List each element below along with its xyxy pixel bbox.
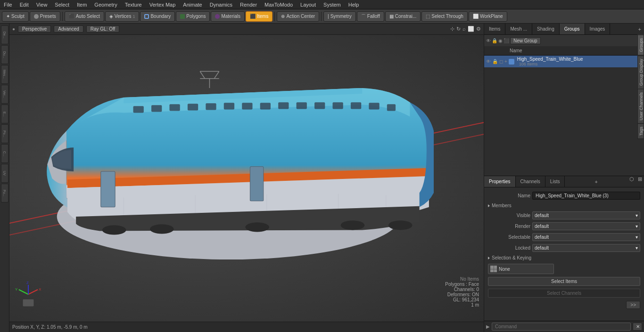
advanced-button[interactable]: Advanced	[54, 25, 83, 32]
visible-select[interactable]: default ▾	[532, 211, 640, 219]
menu-geometry[interactable]: Geometry	[91, 1, 121, 8]
menu-file[interactable]: File	[0, 1, 16, 8]
menu-item[interactable]: Item	[73, 1, 91, 8]
left-btn-3[interactable]: Mes...	[1, 65, 8, 84]
props-tab-lists[interactable]: Lists	[545, 176, 565, 187]
name-input[interactable]	[532, 192, 640, 200]
menu-animate[interactable]: Animate	[179, 1, 206, 8]
boundary-button[interactable]: Boundary	[140, 11, 175, 22]
add-props-tab-button[interactable]: +	[592, 176, 600, 187]
svg-rect-22	[250, 167, 263, 201]
props-tab-channels[interactable]: Channels	[516, 176, 545, 187]
menu-system[interactable]: System	[320, 1, 345, 8]
command-input[interactable]	[492, 323, 631, 331]
materials-icon	[215, 14, 220, 19]
vp-icon-zoom[interactable]: ⌕	[462, 26, 466, 32]
svg-point-26	[341, 220, 365, 230]
visible-row: Visible default ▾	[484, 210, 644, 221]
vp-icon-frame[interactable]: ⬜	[468, 26, 474, 32]
left-btn-7[interactable]: C...	[1, 144, 8, 163]
polygons-button[interactable]: Polygons	[176, 11, 210, 22]
svg-rect-4	[188, 104, 198, 110]
vp-icon-settings[interactable]: ⚙	[476, 26, 481, 32]
svg-point-27	[388, 220, 413, 230]
select-through-button[interactable]: ⬚ Select Through	[421, 11, 468, 22]
menu-edit[interactable]: Edit	[16, 1, 33, 8]
groups-list[interactable]: 👁 🔒 ◻ + High_Speed_Train_White_Blue 106 …	[484, 56, 644, 176]
action-center-button[interactable]: ⊕ Action Center	[277, 11, 319, 22]
expand-icon[interactable]: ⬡	[627, 176, 636, 187]
selectable-row: Selectable default ▾	[484, 232, 644, 243]
group-count: 106 Items	[519, 62, 583, 66]
menu-vertex-map[interactable]: Vertex Map	[146, 1, 180, 8]
perspective-button[interactable]: Perspective	[18, 25, 51, 32]
workplane-button[interactable]: ⬜ WorkPlane	[469, 11, 507, 22]
group-row[interactable]: 👁 🔒 ◻ + High_Speed_Train_White_Blue 106 …	[484, 56, 644, 67]
auto-select-button[interactable]: ⬛ Auto Select	[65, 11, 104, 22]
polygons-icon	[180, 14, 185, 19]
menu-view[interactable]: View	[33, 1, 51, 8]
tab-items[interactable]: Items	[484, 24, 505, 34]
render-select[interactable]: default ▾	[532, 222, 640, 230]
none-button[interactable]: None	[488, 264, 554, 274]
symmetry-button[interactable]: | Symmetry	[323, 11, 356, 22]
tab-groups[interactable]: Groups	[560, 24, 585, 34]
left-btn-5[interactable]: E...	[1, 105, 8, 123]
menu-render[interactable]: Render	[236, 1, 261, 8]
viewport-overlay: No Items Polygons : Face Channels: 0 Def…	[445, 276, 479, 308]
viewport-container: ● Perspective Advanced Ray GL: Off ⊹ ↻ ⌕…	[9, 24, 484, 332]
menu-layout[interactable]: Layout	[297, 1, 320, 8]
new-group-button[interactable]: New Group	[510, 37, 541, 44]
rs-tab-tags[interactable]: Tags	[637, 123, 644, 139]
menu-maxtomodo[interactable]: MaxToModo	[261, 1, 297, 8]
svg-rect-3	[169, 104, 180, 111]
left-btn-4[interactable]: Ver...	[1, 85, 8, 104]
left-btn-2[interactable]: Du...	[1, 45, 8, 64]
presets-button[interactable]: Presets	[30, 11, 60, 22]
left-btn-8[interactable]: UV	[1, 164, 8, 183]
rs-tab-groups[interactable]: Groups	[637, 35, 644, 56]
right-panel: Items Mesh ... Shading Groups Images + 👁…	[484, 24, 644, 332]
svg-point-24	[150, 224, 174, 234]
left-btn-6[interactable]: Po...	[1, 124, 8, 143]
command-execute-button[interactable]: ✕	[633, 323, 642, 331]
svg-line-34	[19, 290, 28, 294]
group-name: High_Speed_Train_White_Blue	[517, 57, 583, 62]
main-layout: De... Du... Mes... Ver... E... Po... C..…	[0, 24, 644, 332]
falloff-button[interactable]: ⌒ Falloff	[357, 11, 384, 22]
menu-texture[interactable]: Texture	[121, 1, 146, 8]
left-btn-9[interactable]: Fu...	[1, 184, 8, 202]
select-items-button[interactable]: Select Items	[488, 277, 640, 286]
viewport-topbar: ● Perspective Advanced Ray GL: Off ⊹ ↻ ⌕…	[9, 24, 484, 35]
position-label: Position X, Y, Z: 1.05 m, -5.9 m, 0 m	[12, 324, 88, 330]
left-btn-1[interactable]: De...	[1, 25, 8, 44]
vp-icon-move[interactable]: ⊹	[450, 26, 454, 32]
menu-help[interactable]: Help	[345, 1, 363, 8]
viewport-3d[interactable]: No Items Polygons : Face Channels: 0 Def…	[9, 35, 484, 322]
add-tab-button[interactable]: +	[636, 24, 644, 34]
selectable-select[interactable]: default ▾	[532, 233, 640, 241]
raygl-button[interactable]: Ray GL: Off	[86, 25, 120, 32]
rs-tab-group-display[interactable]: Group Display	[637, 56, 644, 89]
toolbar: ✦ Sculpt Presets ⬛ Auto Select ◈ Vertice…	[0, 9, 644, 24]
tab-shading[interactable]: Shading	[532, 24, 560, 34]
materials-button[interactable]: Materials	[211, 11, 245, 22]
props-tab-properties[interactable]: Properties	[484, 176, 516, 187]
select-items-label: Select Items	[551, 279, 577, 284]
locked-select[interactable]: default ▾	[532, 244, 640, 252]
items-button[interactable]: ⬛ Items	[246, 11, 272, 22]
vp-icon-rotate[interactable]: ↻	[456, 26, 461, 32]
rs-tab-user-channels[interactable]: User Channels	[637, 89, 644, 124]
select-channels-row: Select Channels	[484, 287, 644, 299]
svg-rect-1	[133, 106, 144, 113]
tab-mesh[interactable]: Mesh ...	[505, 24, 532, 34]
groups-toolbar: 👁 🔒 ◉ ⬛ New Group	[484, 35, 644, 46]
constraint-button[interactable]: ▦ Constrai...	[385, 11, 421, 22]
sculpt-button[interactable]: ✦ Sculpt	[2, 11, 29, 22]
vertices-button[interactable]: ◈ Vertices 1	[105, 11, 140, 22]
menu-dynamics[interactable]: Dynamics	[206, 1, 236, 8]
command-arrow: ▶	[486, 324, 490, 329]
select-channels-button[interactable]: Select Channels	[488, 289, 640, 298]
menu-select[interactable]: Select	[51, 1, 73, 8]
tab-images[interactable]: Images	[585, 24, 611, 34]
